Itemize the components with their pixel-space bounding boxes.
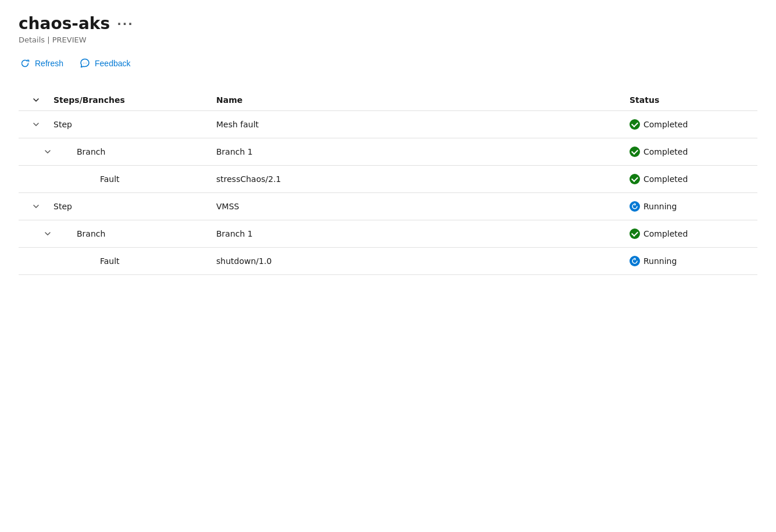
row-status: Completed [630,228,757,239]
row-type: Step [53,202,216,211]
row-chevron-icon[interactable] [32,202,40,210]
toggle-col [19,120,53,128]
status-label: Completed [643,174,688,184]
table-row: BranchBranch 1Completed [19,138,757,166]
feedback-label: Feedback [95,59,130,68]
row-name: Branch 1 [216,229,630,238]
steps-table: Steps/Branches Name Status StepMesh faul… [19,90,757,275]
row-type: Branch [53,147,216,156]
row-status: Running [630,256,757,266]
table-row: StepVMSS Running [19,193,757,220]
table-row: Faultshutdown/1.0 Running [19,248,757,275]
completed-icon [630,147,640,157]
feedback-button[interactable]: Feedback [78,56,131,71]
header-name: Name [216,95,630,105]
row-chevron-icon[interactable] [32,120,40,128]
row-name: Branch 1 [216,147,630,156]
row-type: Fault [53,256,216,266]
row-name: shutdown/1.0 [216,256,630,266]
status-label: Completed [643,229,688,238]
row-chevron-icon[interactable] [44,230,52,238]
row-chevron-icon[interactable] [44,148,52,156]
header-toggle-col [19,95,53,105]
refresh-button[interactable]: Refresh [19,56,65,71]
table-header: Steps/Branches Name Status [19,90,757,111]
toggle-col [19,202,53,210]
row-status: Running [630,201,757,212]
refresh-label: Refresh [35,59,63,68]
row-type: Branch [53,229,216,238]
completed-icon [630,119,640,130]
row-status: Completed [630,119,757,130]
row-type: Fault [53,174,216,184]
row-name: stressChaos/2.1 [216,174,630,184]
table-row: FaultstressChaos/2.1Completed [19,166,757,193]
row-status: Completed [630,147,757,157]
toggle-col [19,148,53,156]
status-label: Running [643,202,677,211]
page-subtitle: Details | PREVIEW [19,35,757,44]
running-icon [630,256,640,266]
status-label: Completed [643,120,688,129]
toolbar: Refresh Feedback [19,56,757,71]
running-icon [630,201,640,212]
header-status: Status [630,95,757,105]
page-header: chaos-aks ··· Details | PREVIEW [19,14,757,44]
refresh-icon [20,58,30,69]
row-name: Mesh fault [216,120,630,129]
row-status: Completed [630,174,757,184]
table-row: StepMesh faultCompleted [19,111,757,138]
toggle-col [19,230,53,238]
completed-icon [630,228,640,239]
table-row: BranchBranch 1Completed [19,220,757,248]
table-body: StepMesh faultCompletedBranchBranch 1Com… [19,111,757,275]
header-chevron-icon[interactable] [32,96,40,104]
header-steps-branches: Steps/Branches [53,95,216,105]
status-label: Running [643,256,677,266]
page-title: chaos-aks [19,14,110,33]
completed-icon [630,174,640,184]
row-name: VMSS [216,202,630,211]
row-type: Step [53,120,216,129]
status-label: Completed [643,147,688,156]
more-options-button[interactable]: ··· [117,17,134,31]
feedback-icon [80,58,90,69]
